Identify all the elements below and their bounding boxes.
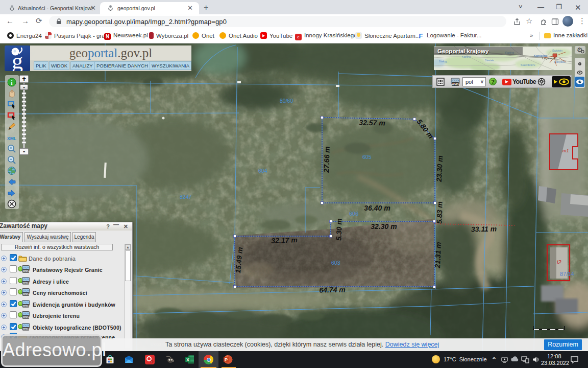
svg-text:m1: m1: [562, 148, 569, 153]
svg-text:5.30 m: 5.30 m: [334, 218, 344, 241]
svg-text:87/14: 87/14: [560, 271, 574, 277]
svg-text:32.17 m: 32.17 m: [271, 236, 298, 245]
svg-text:606: 606: [349, 211, 358, 217]
svg-text:32.57 m: 32.57 m: [359, 119, 385, 127]
svg-text:604: 604: [258, 168, 267, 174]
svg-text:5.83 m: 5.83 m: [435, 201, 444, 224]
svg-text:X: X: [186, 357, 189, 362]
svg-text:36.40 m: 36.40 m: [364, 204, 390, 212]
svg-text:64.74 m: 64.74 m: [319, 286, 346, 294]
svg-text:8247: 8247: [180, 194, 192, 200]
svg-text:21.31 m: 21.31 m: [433, 242, 443, 269]
svg-text:WMS: WMS: [23, 328, 30, 330]
svg-text:WMS: WMS: [23, 316, 30, 318]
svg-text:g: g: [12, 49, 23, 71]
svg-text:32.30 m: 32.30 m: [371, 222, 397, 231]
svg-text:605: 605: [362, 154, 372, 160]
svg-text:WMS: WMS: [23, 282, 30, 284]
svg-text:80/60: 80/60: [280, 98, 293, 104]
svg-text:P: P: [225, 357, 228, 362]
svg-text:27.66 m: 27.66 m: [322, 146, 331, 173]
svg-text:603: 603: [331, 260, 340, 266]
svg-text:23.30 m: 23.30 m: [435, 155, 445, 182]
svg-text:WMS: WMS: [23, 293, 30, 295]
svg-text:33.11 m: 33.11 m: [471, 225, 497, 234]
svg-text:i2: i2: [557, 259, 561, 265]
svg-text:XML: XML: [7, 136, 16, 141]
svg-text:WMS: WMS: [452, 83, 459, 86]
svg-text:WMS: WMS: [23, 305, 30, 307]
svg-text:WMS: WMS: [23, 270, 30, 272]
